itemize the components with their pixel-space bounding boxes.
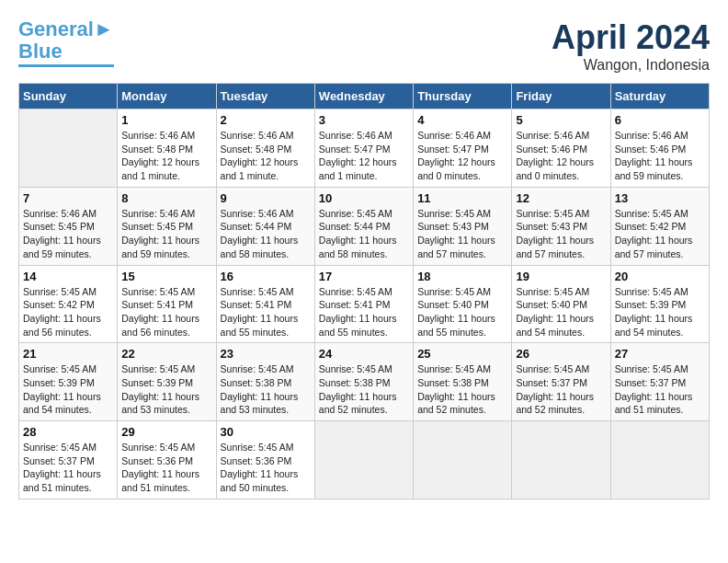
day-number: 8: [121, 191, 211, 205]
page-header: General► Blue April 2024 Wangon, Indones…: [18, 18, 710, 74]
day-number: 30: [221, 425, 311, 439]
col-header-saturday: Saturday: [610, 84, 709, 109]
day-number: 18: [417, 270, 507, 283]
day-info: Sunrise: 5:45 AM Sunset: 5:43 PM Dayligh…: [516, 207, 606, 261]
col-header-wednesday: Wednesday: [314, 84, 413, 109]
day-cell: 23Sunrise: 5:45 AM Sunset: 5:38 PM Dayli…: [216, 343, 314, 421]
day-info: Sunrise: 5:45 AM Sunset: 5:43 PM Dayligh…: [417, 207, 507, 261]
day-number: 2: [221, 113, 311, 127]
day-number: 16: [221, 270, 311, 283]
day-cell: 11Sunrise: 5:45 AM Sunset: 5:43 PM Dayli…: [414, 187, 512, 265]
day-info: Sunrise: 5:45 AM Sunset: 5:44 PM Dayligh…: [319, 207, 409, 261]
day-number: 5: [516, 113, 606, 127]
day-number: 6: [615, 113, 705, 127]
day-number: 9: [221, 191, 311, 205]
day-number: 3: [319, 113, 409, 127]
header-row: SundayMondayTuesdayWednesdayThursdayFrid…: [19, 84, 710, 109]
week-row-2: 7Sunrise: 5:46 AM Sunset: 5:45 PM Daylig…: [19, 187, 710, 265]
day-number: 29: [121, 425, 211, 439]
day-cell: 14Sunrise: 5:45 AM Sunset: 5:42 PM Dayli…: [19, 265, 118, 343]
day-info: Sunrise: 5:45 AM Sunset: 5:37 PM Dayligh…: [516, 362, 606, 417]
col-header-monday: Monday: [118, 84, 216, 109]
day-info: Sunrise: 5:46 AM Sunset: 5:48 PM Dayligh…: [121, 129, 211, 183]
day-number: 26: [516, 347, 606, 361]
day-cell: 8Sunrise: 5:46 AM Sunset: 5:45 PM Daylig…: [118, 187, 216, 265]
day-cell: [19, 109, 118, 188]
day-cell: 30Sunrise: 5:45 AM Sunset: 5:36 PM Dayli…: [216, 421, 314, 500]
day-info: Sunrise: 5:45 AM Sunset: 5:40 PM Dayligh…: [417, 285, 507, 339]
day-cell: [610, 421, 709, 500]
day-number: 4: [417, 113, 507, 127]
day-number: 15: [121, 270, 211, 283]
col-header-friday: Friday: [512, 84, 610, 109]
day-info: Sunrise: 5:46 AM Sunset: 5:45 PM Dayligh…: [121, 207, 211, 261]
day-cell: 28Sunrise: 5:45 AM Sunset: 5:37 PM Dayli…: [19, 421, 118, 500]
day-info: Sunrise: 5:45 AM Sunset: 5:41 PM Dayligh…: [121, 285, 211, 339]
month-title: April 2024: [552, 18, 710, 57]
day-number: 23: [221, 347, 311, 361]
day-cell: [314, 421, 413, 500]
day-cell: 4Sunrise: 5:46 AM Sunset: 5:47 PM Daylig…: [414, 109, 512, 188]
day-cell: 5Sunrise: 5:46 AM Sunset: 5:46 PM Daylig…: [512, 109, 610, 188]
logo-text: General► Blue: [18, 18, 114, 63]
day-cell: 18Sunrise: 5:45 AM Sunset: 5:40 PM Dayli…: [414, 265, 512, 343]
logo-blue: ►: [94, 17, 114, 40]
day-cell: 22Sunrise: 5:45 AM Sunset: 5:39 PM Dayli…: [118, 343, 216, 421]
day-info: Sunrise: 5:46 AM Sunset: 5:45 PM Dayligh…: [23, 207, 113, 261]
day-info: Sunrise: 5:45 AM Sunset: 5:36 PM Dayligh…: [221, 441, 311, 495]
col-header-tuesday: Tuesday: [216, 84, 314, 109]
day-info: Sunrise: 5:45 AM Sunset: 5:39 PM Dayligh…: [121, 362, 211, 417]
day-cell: 24Sunrise: 5:45 AM Sunset: 5:38 PM Dayli…: [314, 343, 413, 421]
logo-general: General: [18, 17, 94, 40]
day-info: Sunrise: 5:45 AM Sunset: 5:42 PM Dayligh…: [23, 285, 113, 339]
location: Wangon, Indonesia: [552, 57, 710, 74]
day-number: 24: [319, 347, 409, 361]
day-info: Sunrise: 5:45 AM Sunset: 5:37 PM Dayligh…: [23, 441, 113, 495]
day-info: Sunrise: 5:45 AM Sunset: 5:40 PM Dayligh…: [516, 285, 606, 339]
day-cell: 29Sunrise: 5:45 AM Sunset: 5:36 PM Dayli…: [118, 421, 216, 500]
day-cell: 12Sunrise: 5:45 AM Sunset: 5:43 PM Dayli…: [512, 187, 610, 265]
day-number: 22: [121, 347, 211, 361]
day-info: Sunrise: 5:46 AM Sunset: 5:46 PM Dayligh…: [615, 129, 705, 183]
col-header-thursday: Thursday: [414, 84, 512, 109]
day-cell: 27Sunrise: 5:45 AM Sunset: 5:37 PM Dayli…: [610, 343, 709, 421]
day-info: Sunrise: 5:46 AM Sunset: 5:48 PM Dayligh…: [221, 129, 311, 183]
day-info: Sunrise: 5:45 AM Sunset: 5:39 PM Dayligh…: [23, 362, 113, 417]
day-number: 10: [319, 191, 409, 205]
day-info: Sunrise: 5:46 AM Sunset: 5:47 PM Dayligh…: [417, 129, 507, 183]
day-cell: 19Sunrise: 5:45 AM Sunset: 5:40 PM Dayli…: [512, 265, 610, 343]
day-info: Sunrise: 5:45 AM Sunset: 5:38 PM Dayligh…: [319, 362, 409, 417]
day-cell: [512, 421, 610, 500]
day-cell: 21Sunrise: 5:45 AM Sunset: 5:39 PM Dayli…: [19, 343, 118, 421]
day-info: Sunrise: 5:45 AM Sunset: 5:38 PM Dayligh…: [417, 362, 507, 417]
col-header-sunday: Sunday: [19, 84, 118, 109]
day-info: Sunrise: 5:45 AM Sunset: 5:41 PM Dayligh…: [221, 285, 311, 339]
title-area: April 2024 Wangon, Indonesia: [552, 18, 710, 74]
week-row-1: 1Sunrise: 5:46 AM Sunset: 5:48 PM Daylig…: [19, 109, 710, 188]
day-info: Sunrise: 5:45 AM Sunset: 5:39 PM Dayligh…: [615, 285, 705, 339]
day-number: 25: [417, 347, 507, 361]
day-number: 13: [615, 191, 705, 205]
day-number: 7: [23, 191, 113, 205]
day-number: 11: [417, 191, 507, 205]
day-number: 1: [121, 113, 211, 127]
day-info: Sunrise: 5:45 AM Sunset: 5:41 PM Dayligh…: [319, 285, 409, 339]
day-cell: 15Sunrise: 5:45 AM Sunset: 5:41 PM Dayli…: [118, 265, 216, 343]
day-info: Sunrise: 5:46 AM Sunset: 5:44 PM Dayligh…: [221, 207, 311, 261]
day-cell: 9Sunrise: 5:46 AM Sunset: 5:44 PM Daylig…: [216, 187, 314, 265]
week-row-4: 21Sunrise: 5:45 AM Sunset: 5:39 PM Dayli…: [19, 343, 710, 421]
day-number: 19: [516, 270, 606, 283]
day-cell: 3Sunrise: 5:46 AM Sunset: 5:47 PM Daylig…: [314, 109, 413, 188]
day-cell: 10Sunrise: 5:45 AM Sunset: 5:44 PM Dayli…: [314, 187, 413, 265]
day-number: 12: [516, 191, 606, 205]
week-row-5: 28Sunrise: 5:45 AM Sunset: 5:37 PM Dayli…: [19, 421, 710, 500]
day-info: Sunrise: 5:45 AM Sunset: 5:38 PM Dayligh…: [221, 362, 311, 417]
logo-blue-text: Blue: [18, 40, 63, 63]
week-row-3: 14Sunrise: 5:45 AM Sunset: 5:42 PM Dayli…: [19, 265, 710, 343]
day-cell: 2Sunrise: 5:46 AM Sunset: 5:48 PM Daylig…: [216, 109, 314, 188]
day-info: Sunrise: 5:45 AM Sunset: 5:36 PM Dayligh…: [121, 441, 211, 495]
logo: General► Blue: [18, 18, 114, 67]
day-cell: 13Sunrise: 5:45 AM Sunset: 5:42 PM Dayli…: [610, 187, 709, 265]
day-cell: 26Sunrise: 5:45 AM Sunset: 5:37 PM Dayli…: [512, 343, 610, 421]
day-cell: 1Sunrise: 5:46 AM Sunset: 5:48 PM Daylig…: [118, 109, 216, 188]
